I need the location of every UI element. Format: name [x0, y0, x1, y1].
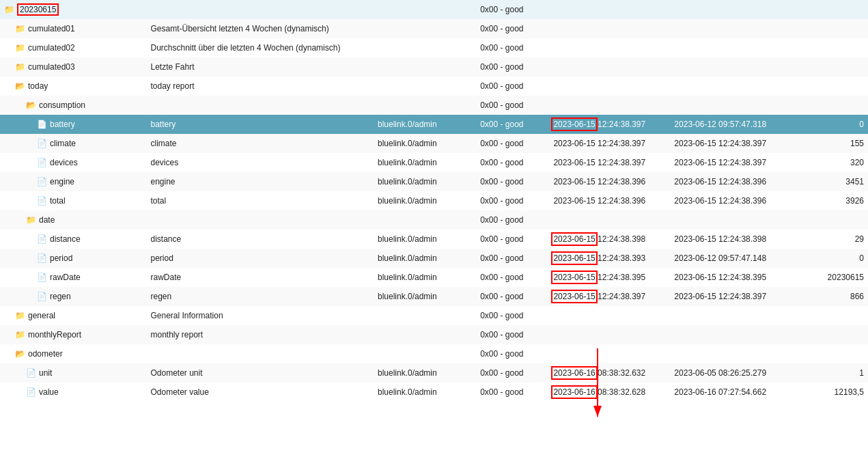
- table-row[interactable]: 📄unitOdometer unitbluelink.0/admin0x00 -…: [0, 363, 868, 383]
- table-row[interactable]: 📄periodperiodbluelink.0/admin0x00 - good…: [0, 249, 868, 268]
- owner-cell: [374, 306, 476, 325]
- status-cell: 0x00 - good: [476, 325, 549, 344]
- date1-cell: [549, 96, 670, 115]
- folder-icon: 📁: [15, 330, 25, 340]
- date1-cell: 2023-06-15 12:24:38.396: [549, 172, 670, 191]
- desc-cell: climate: [147, 134, 374, 153]
- name-cell: 📂today: [0, 77, 147, 96]
- status-cell: 0x00 - good: [476, 0, 549, 19]
- status-cell: 0x00 - good: [476, 115, 549, 134]
- owner-cell: [374, 38, 476, 57]
- table-row[interactable]: 📁date0x00 - good: [0, 210, 868, 230]
- table-row[interactable]: 📂consumption0x00 - good: [0, 96, 868, 115]
- owner-cell: bluelink.0/admin: [374, 363, 476, 383]
- file-icon: 📄: [37, 158, 47, 167]
- value-cell: [795, 306, 868, 325]
- table-row[interactable]: 📁cumulated02Durchschnitt über die letzte…: [0, 38, 868, 57]
- folder-open-icon: 📂: [15, 349, 25, 359]
- table-row[interactable]: 📄engineenginebluelink.0/admin0x00 - good…: [0, 172, 868, 191]
- date1-cell: 2023-06-15 12:24:38.395: [549, 268, 670, 287]
- table-row[interactable]: 📄totaltotalbluelink.0/admin0x00 - good20…: [0, 191, 868, 210]
- value-cell: 3451: [795, 172, 868, 191]
- table-row[interactable]: 📂todaytoday report0x00 - good: [0, 77, 868, 96]
- table-row[interactable]: 📁cumulated01Gesamt-Übersicht letzten 4 W…: [0, 19, 868, 38]
- table-row[interactable]: 📄distancedistancebluelink.0/admin0x00 - …: [0, 230, 868, 249]
- date2-cell: [670, 0, 794, 19]
- table-row[interactable]: 📄devicesdevicesbluelink.0/admin0x00 - go…: [0, 153, 868, 172]
- name-cell: 📁cumulated01: [0, 19, 147, 38]
- file-icon: 📄: [37, 196, 47, 206]
- file-icon: 📄: [37, 292, 47, 301]
- date1-cell: 2023-06-15 12:24:38.397: [549, 153, 670, 172]
- name-cell: 📁20230615: [0, 0, 147, 19]
- date2-cell: [670, 344, 794, 363]
- date2-cell: 2023-06-16 07:27:54.662: [670, 383, 794, 402]
- owner-cell: [374, 0, 476, 19]
- table-row[interactable]: 📂odometer0x00 - good: [0, 344, 868, 363]
- folder-icon: 📁: [15, 43, 25, 53]
- owner-cell: bluelink.0/admin: [374, 249, 476, 268]
- date1-cell: [549, 210, 670, 230]
- date2-cell: 2023-06-15 12:24:38.395: [670, 268, 794, 287]
- status-cell: 0x00 - good: [476, 363, 549, 383]
- status-cell: 0x00 - good: [476, 96, 549, 115]
- table-row[interactable]: 📄valueOdometer valuebluelink.0/admin0x00…: [0, 383, 868, 402]
- name-cell: 📄unit: [0, 363, 147, 383]
- table-row[interactable]: 📄climateclimatebluelink.0/admin0x00 - go…: [0, 134, 868, 153]
- desc-cell: regen: [147, 287, 374, 306]
- desc-cell: [147, 96, 374, 115]
- date2-cell: [670, 57, 794, 77]
- date1-cell: 2023-06-15 12:24:38.398: [549, 230, 670, 249]
- owner-cell: [374, 19, 476, 38]
- table-row[interactable]: 📁202306150x00 - good: [0, 0, 868, 19]
- owner-cell: bluelink.0/admin: [374, 287, 476, 306]
- date1-cell: 2023-06-15 12:24:38.397: [549, 134, 670, 153]
- desc-cell: today report: [147, 77, 374, 96]
- date2-cell: [670, 210, 794, 230]
- folder-icon: 📁: [15, 62, 25, 72]
- table-row[interactable]: 📄regenregenbluelink.0/admin0x00 - good20…: [0, 287, 868, 306]
- value-cell: 12193,5: [795, 383, 868, 402]
- owner-cell: [374, 77, 476, 96]
- owner-cell: bluelink.0/admin: [374, 115, 476, 134]
- owner-cell: bluelink.0/admin: [374, 230, 476, 249]
- name-cell: 📄total: [0, 191, 147, 210]
- status-cell: 0x00 - good: [476, 77, 549, 96]
- name-cell: 📁cumulated03: [0, 57, 147, 77]
- file-icon: 📄: [37, 177, 47, 186]
- table-row[interactable]: 📄batterybatterybluelink.0/admin0x00 - go…: [0, 115, 868, 134]
- table-row[interactable]: 📁monthlyReportmonthly report0x00 - good: [0, 325, 868, 344]
- desc-cell: [147, 344, 374, 363]
- date1-cell: [549, 38, 670, 57]
- status-cell: 0x00 - good: [476, 210, 549, 230]
- name-cell: 📄battery: [0, 115, 147, 134]
- owner-cell: [374, 57, 476, 77]
- file-icon: 📄: [37, 273, 47, 282]
- status-cell: 0x00 - good: [476, 57, 549, 77]
- table-row[interactable]: 📄rawDaterawDatebluelink.0/admin0x00 - go…: [0, 268, 868, 287]
- date1-cell: [549, 325, 670, 344]
- desc-cell: monthly report: [147, 325, 374, 344]
- desc-cell: Gesamt-Übersicht letzten 4 Wochen (dynam…: [147, 19, 374, 38]
- owner-cell: [374, 210, 476, 230]
- table-row[interactable]: 📁cumulated03Letzte Fahrt0x00 - good: [0, 57, 868, 77]
- value-cell: [795, 57, 868, 77]
- status-cell: 0x00 - good: [476, 134, 549, 153]
- date1-cell: 2023-06-15 12:24:38.397: [549, 287, 670, 306]
- file-icon: 📄: [37, 234, 47, 244]
- folder-icon: 📁: [26, 215, 36, 225]
- status-cell: 0x00 - good: [476, 172, 549, 191]
- folder-icon: 📁: [15, 24, 25, 33]
- value-cell: [795, 77, 868, 96]
- desc-cell: General Information: [147, 306, 374, 325]
- date2-cell: 2023-06-12 09:57:47.318: [670, 115, 794, 134]
- owner-cell: [374, 344, 476, 363]
- file-icon: 📄: [37, 253, 47, 263]
- desc-cell: battery: [147, 115, 374, 134]
- owner-cell: [374, 325, 476, 344]
- table-row[interactable]: 📁generalGeneral Information0x00 - good: [0, 306, 868, 325]
- date1-cell: [549, 19, 670, 38]
- date2-cell: [670, 38, 794, 57]
- date2-cell: 2023-06-15 12:24:38.396: [670, 172, 794, 191]
- date2-cell: 2023-06-15 12:24:38.396: [670, 191, 794, 210]
